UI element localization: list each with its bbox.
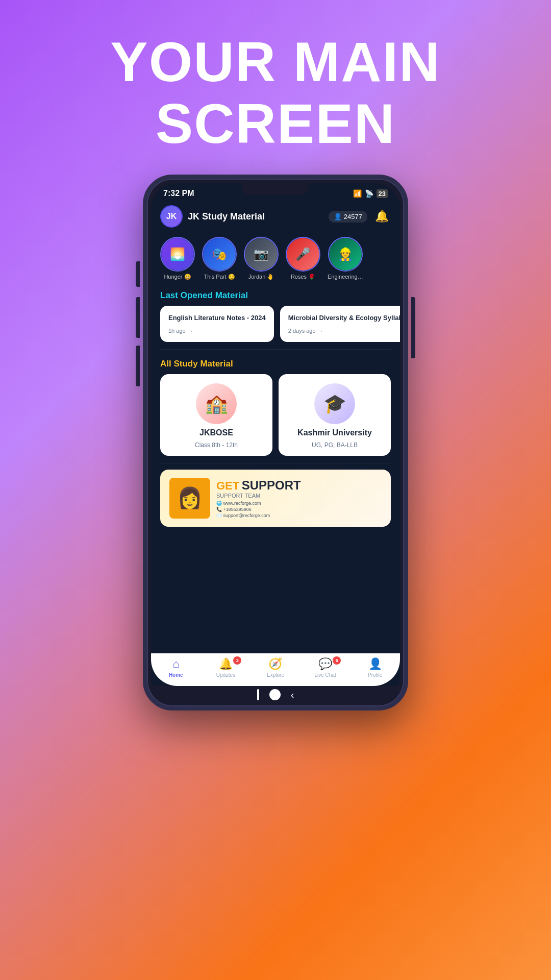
nav-item-updates[interactable]: 3 🔔 Updates [201,657,251,678]
support-content: GET SUPPORT SUPPORT TEAM 🌐 www.recforge.… [216,478,382,518]
nav-item-profile[interactable]: 👤 Profile [350,657,400,678]
support-email: ✉️ support@recforge.com [216,513,382,518]
volume-up-button [136,261,140,287]
support-website: 🌐 www.recforge.com [216,501,382,506]
updates-badge: 3 [233,656,241,665]
updates-label: Updates [216,672,235,678]
livechat-icon: 💬 [318,657,332,671]
profile-icon: 👤 [368,657,382,671]
volume-down-button [136,297,140,338]
story-label-4: Roses 🌹 [291,274,315,280]
study-card-kashmir-uni[interactable]: 🎓 Kashmir University UG, PG, BA-LLB [279,374,391,456]
app-logo: JK [160,205,183,228]
story-label-3: Jordan 🤚 [248,274,274,280]
follower-count: 👤 24577 [329,211,367,223]
nav-item-home[interactable]: ⌂ Home [151,657,201,678]
wifi-icon: 📡 [365,189,373,198]
explore-label: Explore [267,672,284,678]
material-card-time-1: 1h ago→ [168,328,266,334]
livechat-badge: 6 [333,656,341,665]
support-title: SUPPORT [242,478,301,492]
material-card-title-2: Microbial Diversity & Ecology Syllabus [288,314,400,323]
profile-label: Profile [368,672,382,678]
stories-row: 🌅 Hunger 😀 🎭 This Part 😏 📷 [151,233,400,287]
story-item[interactable]: 🎤 Roses 🌹 [286,237,320,280]
kashmir-uni-logo: 🎓 [314,383,355,424]
story-label-1: Hunger 😀 [164,274,191,280]
home-indicator: ‹ [151,686,400,702]
story-item[interactable]: 🎭 This Part 😏 [202,237,237,280]
study-card-jkbose[interactable]: 🏫 JKBOSE Class 8th - 12th [160,374,272,456]
last-opened-row: English Literature Notes - 2024 1h ago→ … [151,306,400,349]
follower-icon: 👤 [334,213,342,220]
app-title: JK Study Material [188,211,323,222]
phone-frame: 7:32 PM 📶 📡 23 JK JK Study Material 👤 [143,175,408,710]
nav-item-explore[interactable]: 🧭 Explore [251,657,300,678]
jkbose-name: JKBOSE [199,428,233,437]
divider-2 [160,463,391,463]
story-avatar-1: 🌅 [160,237,195,272]
explore-icon: 🧭 [268,657,282,671]
all-material-section-title: All Study Material [151,356,400,374]
app-content: JK JK Study Material 👤 24577 🔔 🌅 [151,200,400,702]
bottom-nav: ⌂ Home 3 🔔 Updates 🧭 Explore 6 💬 [151,653,400,686]
last-opened-section-title: Last Opened Material [151,287,400,306]
home-dot-indicator [269,689,281,700]
story-label-5: Engineering 😜 [328,274,363,280]
screen: 7:32 PM 📶 📡 23 JK JK Study Material 👤 [151,183,400,702]
scroll-content: Last Opened Material English Literature … [151,287,400,653]
material-card-2[interactable]: Microbial Diversity & Ecology Syllabus 2… [280,306,400,342]
story-avatar-4: 🎤 [286,237,320,272]
story-avatar-2: 🎭 [202,237,237,272]
support-get: GET [216,479,239,492]
device-frame: 7:32 PM 📶 📡 23 JK JK Study Material 👤 [143,175,408,710]
notification-bell-icon[interactable]: 🔔 [372,207,391,226]
updates-icon: 🔔 [219,657,233,671]
divider [160,349,391,350]
headline: YOUR MAIN SCREEN [69,31,481,154]
signal-icon: 📶 [353,189,362,198]
support-team-label: SUPPORT TEAM [216,493,382,499]
story-item[interactable]: 🌅 Hunger 😀 [160,237,195,280]
status-time: 7:32 PM [163,189,194,198]
kashmir-uni-sub: UG, PG, BA-LLB [312,442,358,449]
notch [242,183,309,195]
nav-item-livechat[interactable]: 6 💬 Live Chat [300,657,350,678]
material-card-1[interactable]: English Literature Notes - 2024 1h ago→ [160,306,274,342]
power-button-left [136,346,140,386]
support-banner[interactable]: 👩 GET SUPPORT SUPPORT TEAM 🌐 www.recforg… [160,470,391,527]
material-card-title-1: English Literature Notes - 2024 [168,314,266,323]
power-button [411,297,415,358]
back-indicator: ‹ [291,689,294,700]
pause-indicator [257,689,259,700]
app-header: JK JK Study Material 👤 24577 🔔 [151,200,400,233]
home-label: Home [169,672,183,678]
kashmir-uni-name: Kashmir University [297,428,372,437]
study-grid: 🏫 JKBOSE Class 8th - 12th 🎓 Kashmir Univ… [151,374,400,463]
material-card-time-2: 2 days ago→ [288,328,400,334]
support-person-image: 👩 [169,478,210,519]
jkbose-sub: Class 8th - 12th [195,442,238,449]
support-phone: 📞 +1855295906 [216,507,382,512]
story-item[interactable]: 👷 Engineering 😜 [328,237,363,280]
livechat-label: Live Chat [314,672,336,678]
home-icon: ⌂ [172,657,179,671]
jkbose-logo: 🏫 [196,383,237,424]
support-info: 🌐 www.recforge.com 📞 +1855295906 ✉️ supp… [216,501,382,518]
story-item[interactable]: 📷 Jordan 🤚 [244,237,279,280]
story-avatar-3: 📷 [244,237,279,272]
story-label-2: This Part 😏 [204,274,235,280]
story-avatar-5: 👷 [328,237,363,272]
status-icons: 📶 📡 23 [353,189,388,198]
battery-icon: 23 [377,189,388,198]
